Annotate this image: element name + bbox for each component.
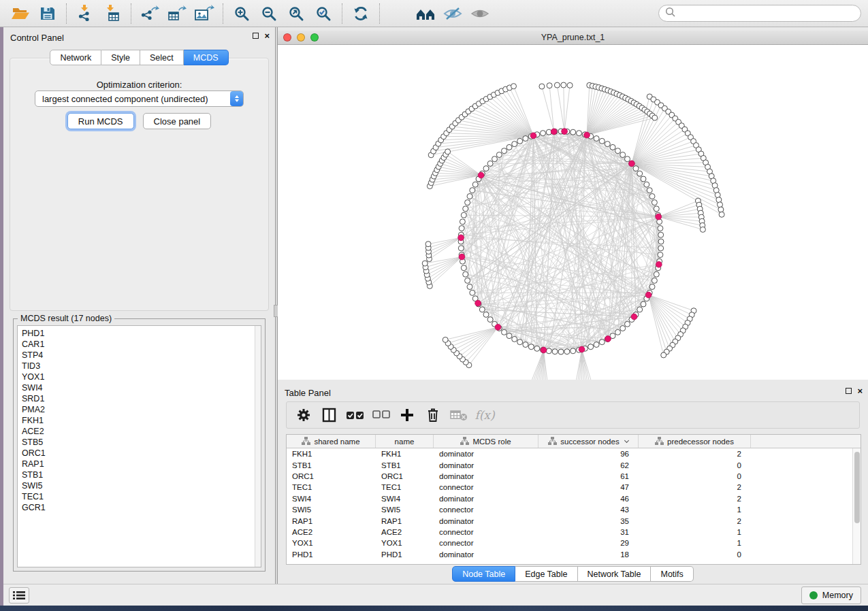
network-window: YPA_prune.txt_1 bbox=[278, 31, 868, 380]
cell-predecessor_nodes: 1 bbox=[639, 504, 751, 515]
search-box[interactable] bbox=[658, 5, 861, 22]
search-input[interactable] bbox=[676, 8, 854, 19]
memory-button[interactable]: Memory bbox=[801, 587, 861, 604]
mcds-result-item[interactable]: STP4 bbox=[18, 350, 261, 361]
table-row[interactable]: SWI5SWI5connector431 bbox=[287, 504, 852, 515]
table-row[interactable]: STB1STB1dominator620 bbox=[287, 459, 852, 470]
mcds-result-item[interactable]: ACE2 bbox=[18, 426, 261, 437]
mcds-result-item[interactable]: TID3 bbox=[18, 361, 261, 371]
mcds-tab-content: Optimization criterion: largest connecte… bbox=[10, 58, 269, 311]
task-history-button[interactable] bbox=[9, 587, 29, 604]
table-scrollbar[interactable] bbox=[852, 448, 861, 564]
cell-successor_nodes: 96 bbox=[539, 448, 639, 459]
sort-indicator-icon bbox=[624, 437, 629, 442]
save-session-icon[interactable] bbox=[34, 3, 61, 24]
split-panel-icon[interactable] bbox=[317, 405, 342, 425]
first-neighbors-icon[interactable] bbox=[412, 3, 439, 24]
cell-mcds_role: connector bbox=[434, 538, 539, 548]
cell-shared_name: STB1 bbox=[287, 459, 376, 470]
mcds-result-list[interactable]: PHD1CAR1STP4TID3YOX1SWI4SRD1PMA2FKH1ACE2… bbox=[17, 325, 261, 567]
mcds-result-item[interactable]: SRD1 bbox=[18, 393, 261, 404]
float-table-panel-icon[interactable] bbox=[846, 388, 852, 394]
tab-select[interactable]: Select bbox=[140, 50, 184, 65]
run-mcds-button[interactable]: Run MCDS bbox=[67, 113, 134, 129]
tab-network[interactable]: Network bbox=[50, 50, 101, 65]
column-header-name[interactable]: name bbox=[376, 435, 434, 448]
zoom-in-icon[interactable] bbox=[228, 3, 255, 24]
mcds-result-item[interactable]: SWI4 bbox=[18, 382, 261, 393]
mcds-result-item[interactable]: PHD1 bbox=[18, 328, 261, 339]
close-table-panel-icon[interactable]: × bbox=[857, 388, 863, 394]
function-builder-icon: f(x) bbox=[472, 405, 498, 425]
criterion-select[interactable]: largest connected component (undirected) bbox=[35, 90, 244, 107]
cell-mcds_role: dominator bbox=[434, 448, 539, 459]
cell-shared_name: ACE2 bbox=[287, 527, 376, 538]
duplicate-network-icon[interactable] bbox=[385, 3, 412, 24]
column-header-successor-nodes[interactable]: successor nodes bbox=[539, 435, 639, 448]
export-image-icon[interactable] bbox=[191, 3, 218, 24]
hide-selected-icon[interactable] bbox=[439, 3, 466, 24]
tab-style[interactable]: Style bbox=[101, 50, 140, 65]
float-panel-icon[interactable] bbox=[253, 33, 259, 39]
table-row[interactable]: RAP1RAP1dominator352 bbox=[287, 515, 852, 526]
tab-motifs[interactable]: Motifs bbox=[651, 566, 693, 582]
mcds-result-item[interactable]: SWI5 bbox=[18, 480, 261, 491]
zoom-selected-icon[interactable] bbox=[310, 3, 337, 24]
export-network-icon[interactable] bbox=[136, 3, 163, 24]
table-row[interactable]: ACE2ACE2connector311 bbox=[287, 527, 852, 538]
network-canvas[interactable] bbox=[278, 45, 868, 380]
cell-name: TEC1 bbox=[376, 482, 434, 493]
cell-successor_nodes: 35 bbox=[539, 515, 639, 526]
close-panel-icon[interactable]: × bbox=[264, 33, 270, 39]
tab-mcds[interactable]: MCDS bbox=[184, 50, 229, 65]
control-panel: Control Panel × NetworkStyleSelectMCDS O… bbox=[3, 27, 276, 584]
mcds-result-item[interactable]: STB1 bbox=[18, 469, 261, 480]
mcds-result-item[interactable]: CAR1 bbox=[18, 339, 261, 350]
column-header-predecessor-nodes[interactable]: predecessor nodes bbox=[639, 435, 751, 448]
show-all-icon[interactable] bbox=[466, 3, 494, 24]
network-window-titlebar[interactable]: YPA_prune.txt_1 bbox=[278, 31, 868, 45]
select-stepper-icon[interactable] bbox=[230, 91, 243, 106]
cell-successor_nodes: 43 bbox=[539, 504, 639, 515]
tab-network-table[interactable]: Network Table bbox=[578, 566, 652, 582]
deselect-all-rows-icon[interactable] bbox=[368, 405, 394, 425]
tab-node-table[interactable]: Node Table bbox=[452, 566, 515, 582]
zoom-out-icon[interactable] bbox=[255, 3, 283, 24]
table-body: FKH1FKH1dominator962STB1STB1dominator620… bbox=[287, 448, 852, 564]
zoom-fit-icon[interactable] bbox=[283, 3, 310, 24]
mcds-result-item[interactable]: YOX1 bbox=[18, 371, 261, 382]
table-row[interactable]: TEC1TEC1connector472 bbox=[287, 482, 852, 493]
table-toolbar: f(x) bbox=[286, 401, 860, 429]
table-row[interactable]: PHD1PHD1dominator180 bbox=[287, 549, 852, 560]
cell-predecessor_nodes: 2 bbox=[639, 448, 751, 459]
mcds-result-item[interactable]: PMA2 bbox=[18, 404, 261, 415]
column-header-shared-name[interactable]: shared name bbox=[287, 435, 376, 448]
delete-column-icon[interactable] bbox=[420, 405, 446, 425]
mcds-result-item[interactable]: TEC1 bbox=[18, 491, 261, 502]
open-session-icon[interactable] bbox=[7, 3, 34, 24]
mcds-result-title: MCDS result (17 nodes) bbox=[18, 314, 114, 323]
select-all-rows-icon[interactable] bbox=[342, 405, 368, 425]
refresh-view-icon[interactable] bbox=[347, 3, 374, 24]
mcds-result-item[interactable]: FKH1 bbox=[18, 415, 261, 426]
table-row[interactable]: YOX1YOX1connector291 bbox=[287, 538, 852, 548]
column-header-MCDS-role[interactable]: MCDS role bbox=[434, 435, 539, 448]
import-network-icon[interactable] bbox=[71, 3, 99, 24]
import-table-icon[interactable] bbox=[99, 3, 126, 24]
table-row[interactable]: ORC1ORC1dominator610 bbox=[287, 471, 852, 482]
export-table-icon[interactable] bbox=[163, 3, 191, 24]
mcds-list-scrollbar[interactable] bbox=[255, 326, 261, 567]
mcds-result-item[interactable]: ORC1 bbox=[18, 448, 261, 459]
mcds-result-item[interactable]: GCR1 bbox=[18, 502, 261, 513]
close-panel-button[interactable]: Close panel bbox=[143, 113, 212, 129]
table-scrollbar-thumb[interactable] bbox=[854, 452, 860, 523]
mcds-result-item[interactable]: RAP1 bbox=[18, 459, 261, 469]
table-row[interactable]: FKH1FKH1dominator962 bbox=[287, 448, 852, 459]
tab-edge-table[interactable]: Edge Table bbox=[515, 566, 577, 582]
add-column-icon[interactable] bbox=[394, 405, 420, 425]
cell-successor_nodes: 46 bbox=[539, 493, 639, 504]
table-settings-gear-icon[interactable] bbox=[291, 405, 317, 425]
mcds-result-item[interactable]: STB5 bbox=[18, 437, 261, 448]
table-row[interactable]: SWI4SWI4dominator462 bbox=[287, 493, 852, 504]
status-bar: Memory bbox=[3, 584, 868, 606]
